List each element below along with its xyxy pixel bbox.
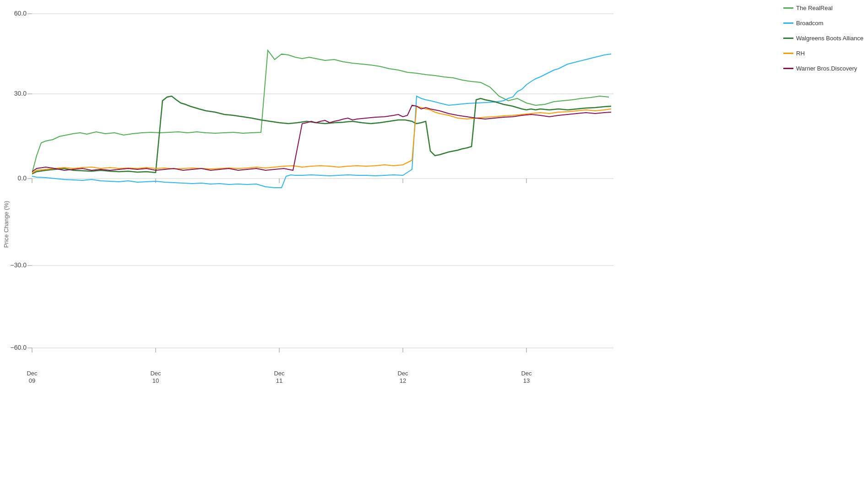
legend-label-rh: RH (796, 50, 805, 57)
legend-label-warner: Warner Bros.Discovery (796, 65, 857, 72)
legend-color-walgreens (783, 38, 793, 39)
x-label-dec09-1: Dec (27, 370, 38, 377)
y-label-60: 60.0 (14, 10, 27, 17)
x-label-dec13-1: Dec (521, 370, 532, 377)
x-label-dec11-1: Dec (274, 370, 285, 377)
y-label-minus60: −60.0 (11, 344, 27, 351)
main-chart: 60.0 30.0 0.0 −30.0 −60.0 Dec 09 Dec 10 … (0, 0, 868, 488)
x-label-dec11-2: 11 (276, 377, 282, 384)
legend-color-broadcom (783, 22, 793, 24)
chart-legend: The RealReal Broadcom Walgreens Boots Al… (783, 5, 863, 72)
y-label-0-upper: 0.0 (18, 174, 27, 182)
legend-item-therealreal: The RealReal (783, 5, 863, 11)
x-label-dec10-2: 10 (152, 377, 159, 384)
legend-label-broadcom: Broadcom (796, 20, 823, 27)
x-label-dec12-2: 12 (400, 377, 406, 384)
legend-color-therealreal (783, 7, 793, 9)
y-label-30: 30.0 (14, 90, 27, 97)
x-label-dec10-1: Dec (150, 370, 161, 377)
legend-color-rh (783, 53, 793, 54)
legend-item-walgreens: Walgreens Boots Alliance (783, 35, 863, 42)
x-label-dec12-1: Dec (397, 370, 408, 377)
y-axis-label: Price Change (%) (3, 201, 10, 248)
legend-item-rh: RH (783, 50, 863, 57)
y-label-minus30: −30.0 (11, 261, 27, 269)
legend-item-broadcom: Broadcom (783, 20, 863, 27)
x-label-dec09-2: 09 (29, 377, 35, 384)
x-label-dec13-2: 13 (523, 377, 530, 384)
chart-container: 60.0 30.0 0.0 −30.0 −60.0 Dec 09 Dec 10 … (0, 0, 868, 488)
legend-color-warner (783, 68, 793, 69)
legend-label-therealreal: The RealReal (796, 5, 833, 11)
legend-label-walgreens: Walgreens Boots Alliance (796, 35, 863, 42)
legend-item-warner: Warner Bros.Discovery (783, 65, 863, 72)
